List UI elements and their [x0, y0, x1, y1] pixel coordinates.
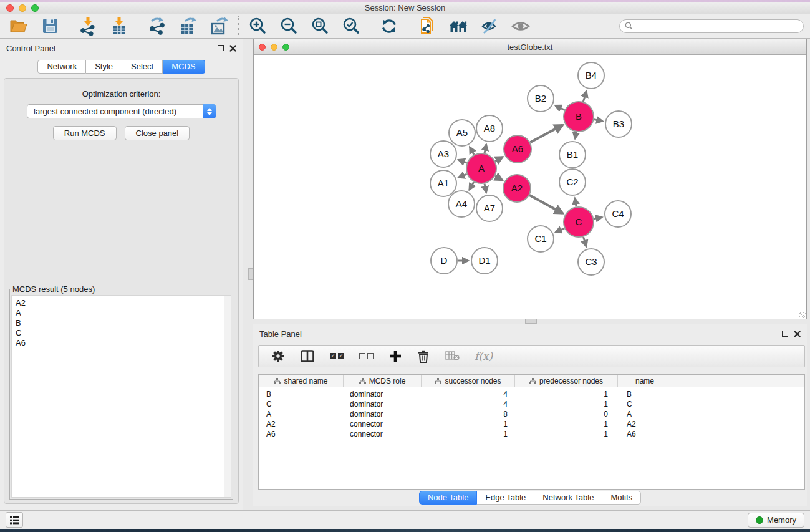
graph-edge-B-B4[interactable] — [583, 91, 586, 102]
close-window-button[interactable] — [6, 4, 14, 12]
zoom-selected-icon[interactable] — [341, 16, 361, 36]
graph-edge-A-A7[interactable] — [485, 184, 486, 193]
result-item[interactable]: B — [12, 318, 231, 328]
graph-edge-C-C1[interactable] — [556, 228, 564, 232]
graph-node-A1[interactable]: A1 — [430, 170, 456, 196]
column-header-shared-name[interactable]: shared name — [259, 375, 344, 387]
table-row[interactable]: A6 connector 1 1 A6 — [259, 429, 804, 439]
graph-node-B[interactable]: B — [564, 102, 594, 132]
column-header-successor-nodes[interactable]: successor nodes — [422, 375, 515, 387]
export-network-icon[interactable] — [147, 16, 167, 36]
tab-network[interactable]: Network — [37, 60, 86, 74]
resize-grip[interactable] — [799, 312, 806, 318]
graph-edge-A2-C[interactable] — [529, 195, 562, 213]
graph-node-A[interactable]: A — [466, 153, 496, 183]
show-columns-icon[interactable] — [300, 346, 315, 366]
refresh-icon[interactable] — [379, 16, 399, 36]
graph-node-B1[interactable]: B1 — [559, 142, 586, 168]
tab-select[interactable]: Select — [122, 60, 163, 74]
memory-button[interactable]: Memory — [748, 513, 804, 528]
minimize-network-button[interactable] — [271, 44, 277, 51]
save-session-icon[interactable] — [40, 16, 60, 36]
open-file-icon[interactable] — [9, 16, 29, 36]
network-canvas[interactable]: B4B2BB3A8A5A6A3B1AC2A1A2A4A7C4CC1DD1C3 — [254, 55, 806, 319]
graph-node-B4[interactable]: B4 — [578, 62, 604, 89]
import-table-icon[interactable] — [109, 16, 129, 36]
graph-edge-A-A1[interactable] — [458, 174, 467, 177]
graph-node-C3[interactable]: C3 — [578, 249, 604, 275]
graph-edge-A-A5[interactable] — [470, 147, 474, 155]
task-history-button[interactable] — [6, 512, 23, 528]
search-input[interactable] — [636, 22, 798, 31]
zoom-out-icon[interactable] — [279, 16, 299, 36]
graph-edge-A-A6[interactable] — [495, 157, 503, 162]
graph-edge-B-B3[interactable] — [594, 120, 603, 122]
graph-node-A8[interactable]: A8 — [476, 115, 503, 142]
tab-mcds[interactable]: MCDS — [163, 60, 205, 74]
tab-style[interactable]: Style — [86, 60, 122, 74]
result-item[interactable]: A6 — [12, 338, 231, 348]
home-icon[interactable] — [448, 16, 468, 36]
table-options-gear-icon[interactable] — [271, 346, 285, 366]
graph-node-B2[interactable]: B2 — [528, 85, 554, 112]
result-item[interactable]: A — [12, 308, 231, 318]
splitter-handle[interactable] — [248, 268, 253, 280]
add-column-icon[interactable] — [388, 346, 402, 366]
tab-motifs[interactable]: Motifs — [602, 491, 641, 505]
graph-node-A4[interactable]: A4 — [448, 191, 475, 217]
run-mcds-button[interactable]: Run MCDS — [53, 126, 117, 140]
graph-node-C[interactable]: C — [564, 207, 594, 237]
tab-node-table[interactable]: Node Table — [419, 491, 478, 505]
column-header-name[interactable]: name — [618, 375, 672, 387]
graph-edge-A-A3[interactable] — [458, 160, 466, 163]
graph-node-B3[interactable]: B3 — [605, 111, 632, 137]
close-network-button[interactable] — [259, 44, 266, 51]
splitter-handle[interactable] — [525, 319, 537, 324]
graph-node-A7[interactable]: A7 — [476, 195, 503, 221]
search-field[interactable] — [619, 19, 804, 33]
float-panel-icon[interactable] — [782, 331, 788, 337]
network-graph[interactable]: B4B2BB3A8A5A6A3B1AC2A1A2A4A7C4CC1DD1C3 — [254, 55, 806, 319]
graph-edge-B-B2[interactable] — [556, 105, 565, 110]
graph-node-D[interactable]: D — [431, 248, 457, 274]
tab-network-table[interactable]: Network Table — [534, 491, 602, 505]
result-item[interactable]: C — [12, 328, 231, 338]
column-header-mcds-role[interactable]: MCDS role — [344, 375, 422, 387]
graph-node-A2[interactable]: A2 — [503, 175, 531, 202]
function-builder-icon[interactable]: f(x) — [475, 350, 493, 362]
graph-node-A5[interactable]: A5 — [449, 120, 475, 146]
select-all-icon[interactable]: ✓✓ — [330, 353, 344, 359]
criterion-dropdown[interactable]: largest connected component (directed) — [27, 104, 216, 118]
table-row[interactable]: C dominator 4 1 C — [259, 399, 804, 409]
zoom-window-button[interactable] — [31, 4, 39, 12]
graph-edge-B-B1[interactable] — [575, 132, 576, 139]
graph-edge-C-C3[interactable] — [584, 237, 587, 246]
float-panel-icon[interactable] — [218, 45, 224, 51]
scrollbar[interactable] — [224, 296, 231, 497]
tab-edge-table[interactable]: Edge Table — [477, 491, 534, 505]
delete-table-icon[interactable] — [445, 346, 460, 366]
result-item[interactable]: A2 — [12, 298, 231, 308]
close-panel-button[interactable]: Close panel — [125, 126, 190, 140]
graph-node-C2[interactable]: C2 — [559, 169, 586, 195]
zoom-in-icon[interactable] — [248, 16, 268, 36]
export-image-icon[interactable] — [210, 16, 229, 36]
import-network-icon[interactable] — [78, 16, 98, 36]
graph-node-C4[interactable]: C4 — [605, 201, 631, 227]
graph-edge-A-A8[interactable] — [485, 145, 486, 153]
graph-edge-A-A4[interactable] — [470, 182, 474, 190]
zoom-fit-icon[interactable] — [310, 16, 330, 36]
deselect-all-icon[interactable] — [359, 353, 374, 359]
graph-edge-C-C2[interactable] — [575, 198, 576, 207]
graph-edge-C-C4[interactable] — [594, 217, 602, 219]
graph-node-C1[interactable]: C1 — [528, 226, 554, 252]
export-table-icon[interactable] — [178, 16, 198, 36]
delete-column-trash-icon[interactable] — [417, 346, 430, 366]
new-network-from-selection-icon[interactable] — [417, 16, 437, 36]
show-graphics-details-icon[interactable] — [511, 16, 531, 36]
graph-node-A6[interactable]: A6 — [504, 135, 531, 163]
minimize-window-button[interactable] — [19, 4, 26, 12]
zoom-network-button[interactable] — [282, 44, 289, 51]
table-row[interactable]: A dominator 8 0 A — [259, 409, 804, 419]
graph-node-D1[interactable]: D1 — [471, 248, 498, 274]
